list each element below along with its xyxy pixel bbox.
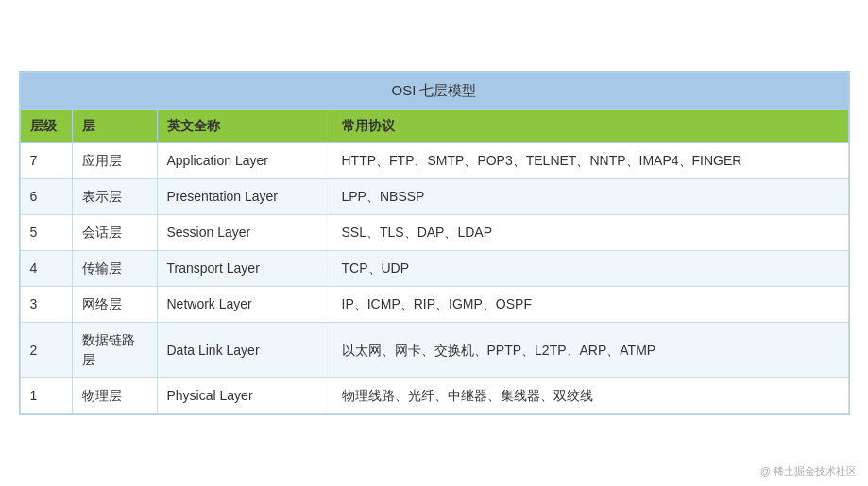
cell-protocols: TCP、UDP xyxy=(332,251,848,287)
cell-name: 传输层 xyxy=(72,251,157,287)
table-title: OSI 七层模型 xyxy=(20,73,848,110)
title-row: OSI 七层模型 xyxy=(20,73,848,110)
cell-name: 应用层 xyxy=(72,143,157,179)
cell-fullname: Presentation Layer xyxy=(157,179,332,215)
cell-level: 3 xyxy=(20,287,72,323)
cell-fullname: Network Layer xyxy=(157,287,332,323)
header-name: 层 xyxy=(72,110,157,143)
table-row: 3网络层Network LayerIP、ICMP、RIP、IGMP、OSPF xyxy=(20,287,848,323)
osi-table: OSI 七层模型 层级 层 英文全称 常用协议 7应用层Application … xyxy=(20,72,849,414)
cell-fullname: Application Layer xyxy=(157,143,332,179)
cell-protocols: 物理线路、光纤、中继器、集线器、双绞线 xyxy=(332,378,848,414)
table-row: 6表示层Presentation LayerLPP、NBSSP xyxy=(20,179,848,215)
cell-protocols: 以太网、网卡、交换机、PPTP、L2TP、ARP、ATMP xyxy=(332,323,848,378)
cell-fullname: Transport Layer xyxy=(157,251,332,287)
osi-table-wrapper: OSI 七层模型 层级 层 英文全称 常用协议 7应用层Application … xyxy=(19,71,850,415)
cell-protocols: LPP、NBSSP xyxy=(332,179,848,215)
cell-fullname: Session Layer xyxy=(157,215,332,251)
cell-level: 4 xyxy=(20,251,72,287)
cell-level: 6 xyxy=(20,179,72,215)
cell-level: 7 xyxy=(20,143,72,179)
header-full: 英文全称 xyxy=(157,110,332,143)
cell-fullname: Data Link Layer xyxy=(157,323,332,378)
table-body: 7应用层Application LayerHTTP、FTP、SMTP、POP3、… xyxy=(20,143,848,414)
table-row: 4传输层Transport LayerTCP、UDP xyxy=(20,251,848,287)
watermark: @ 稀土掘金技术社区 xyxy=(760,464,857,478)
table-row: 2数据链路层Data Link Layer以太网、网卡、交换机、PPTP、L2T… xyxy=(20,323,848,378)
cell-protocols: IP、ICMP、RIP、IGMP、OSPF xyxy=(332,287,848,323)
cell-protocols: HTTP、FTP、SMTP、POP3、TELNET、NNTP、IMAP4、FIN… xyxy=(332,143,848,179)
header-row: 层级 层 英文全称 常用协议 xyxy=(20,110,848,143)
cell-name: 网络层 xyxy=(72,287,157,323)
cell-name: 物理层 xyxy=(72,378,157,414)
table-row: 5会话层Session LayerSSL、TLS、DAP、LDAP xyxy=(20,215,848,251)
table-row: 7应用层Application LayerHTTP、FTP、SMTP、POP3、… xyxy=(20,143,848,179)
cell-level: 5 xyxy=(20,215,72,251)
cell-fullname: Physical Layer xyxy=(157,378,332,414)
cell-name: 会话层 xyxy=(72,215,157,251)
cell-protocols: SSL、TLS、DAP、LDAP xyxy=(332,215,848,251)
cell-name: 表示层 xyxy=(72,179,157,215)
table-row: 1物理层Physical Layer物理线路、光纤、中继器、集线器、双绞线 xyxy=(20,378,848,414)
cell-name: 数据链路层 xyxy=(72,323,157,378)
header-proto: 常用协议 xyxy=(332,110,848,143)
header-level: 层级 xyxy=(20,110,72,143)
cell-level: 2 xyxy=(20,323,72,378)
cell-level: 1 xyxy=(20,378,72,414)
